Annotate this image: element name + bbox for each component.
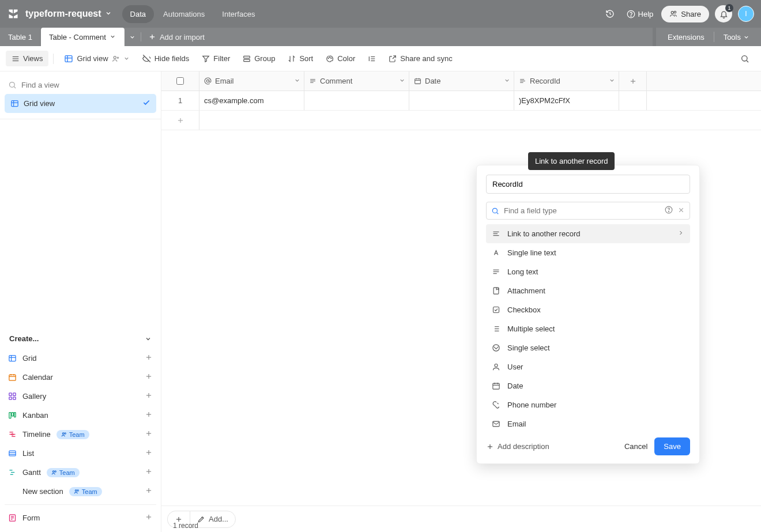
field-type-label: User: [507, 363, 523, 371]
nav-tab-automations[interactable]: Automations: [155, 5, 213, 23]
color-button[interactable]: Color: [320, 51, 361, 66]
tools-tab[interactable]: Tools: [718, 33, 755, 41]
create-item-calendar[interactable]: Calendar: [5, 368, 156, 387]
views-button[interactable]: Views: [6, 51, 48, 66]
create-item-timeline[interactable]: TimelineTeam: [5, 425, 156, 444]
sort-button[interactable]: Sort: [282, 51, 319, 66]
column-header-email[interactable]: Email: [199, 71, 304, 90]
field-type-date[interactable]: Date: [486, 376, 690, 395]
add-column-button[interactable]: [619, 71, 647, 90]
svg-rect-38: [9, 375, 16, 380]
svg-rect-109: [493, 307, 499, 313]
column-label: Email: [215, 77, 234, 85]
field-type-label: Checkbox: [507, 305, 541, 314]
view-item-grid[interactable]: Grid view: [5, 94, 156, 113]
create-item-kanban[interactable]: Kanban: [5, 406, 156, 425]
extensions-tab[interactable]: Extensions: [662, 33, 710, 41]
notifications-button[interactable]: 1: [715, 5, 732, 22]
create-item-grid[interactable]: Grid: [5, 349, 156, 368]
chevron-down-icon[interactable]: [294, 77, 300, 85]
svg-point-65: [52, 470, 54, 472]
search-button[interactable]: [734, 51, 755, 67]
field-type-attachment[interactable]: Attachment: [486, 281, 690, 300]
find-view-field[interactable]: [21, 81, 153, 89]
find-type-input[interactable]: [504, 206, 660, 215]
row-number: 1: [161, 91, 199, 110]
create-item-gantt[interactable]: GanttTeam: [5, 463, 156, 482]
cancel-button[interactable]: Cancel: [617, 437, 654, 455]
field-type-label: Phone number: [507, 401, 556, 409]
create-item-label: Timeline: [22, 430, 51, 439]
field-type-single-line-text[interactable]: Single line text: [486, 243, 690, 262]
field-type-checkbox[interactable]: Checkbox: [486, 300, 690, 319]
svg-line-27: [747, 61, 748, 62]
column-label: RecordId: [530, 77, 560, 85]
add-or-import-label: Add or import: [160, 33, 205, 41]
save-button[interactable]: Save: [654, 437, 690, 455]
add-row[interactable]: [161, 111, 761, 130]
cell-recordid[interactable]: )Ey8XPM2cFfX: [514, 91, 619, 110]
chevron-down-icon[interactable]: [399, 77, 405, 85]
column-header-date[interactable]: Date: [409, 71, 514, 90]
avatar[interactable]: I: [738, 6, 754, 22]
grid-view-dropdown[interactable]: Grid view: [58, 51, 135, 67]
svg-point-3: [674, 11, 676, 13]
field-type-label: Long text: [507, 267, 538, 276]
add-or-import-button[interactable]: Add or import: [141, 28, 212, 46]
filter-button[interactable]: Filter: [196, 51, 236, 66]
create-item-gallery[interactable]: Gallery: [5, 387, 156, 406]
cell-email[interactable]: cs@example.com: [199, 91, 304, 110]
create-item-new-section[interactable]: New sectionTeam: [5, 482, 156, 501]
cell-date[interactable]: [409, 91, 514, 110]
chevron-down-icon[interactable]: [609, 77, 615, 85]
help-icon[interactable]: [665, 206, 673, 216]
table-row[interactable]: 1 cs@example.com )Ey8XPM2cFfX: [161, 91, 761, 111]
data-grid: Email Comment Date RecordId 1: [161, 71, 761, 532]
field-type-multiple-select[interactable]: Multiple select: [486, 319, 690, 338]
chevron-down-icon[interactable]: [110, 33, 116, 41]
cell-comment[interactable]: [304, 91, 409, 110]
chevron-down-icon[interactable]: [504, 77, 510, 85]
nav-tab-interfaces[interactable]: Interfaces: [214, 5, 263, 23]
record-count: 1 record: [173, 522, 198, 530]
field-type-email[interactable]: Email: [486, 414, 690, 429]
field-type-phone-number[interactable]: Phone number: [486, 395, 690, 414]
base-name-dropdown[interactable]: typeform-request: [25, 9, 112, 19]
header-right: Help Share 1 I: [601, 5, 754, 22]
group-button[interactable]: Group: [237, 51, 281, 66]
create-item-list[interactable]: List: [5, 444, 156, 463]
column-label: Comment: [320, 77, 352, 85]
table-tabs-dropdown[interactable]: [125, 28, 141, 46]
field-type-user[interactable]: User: [486, 357, 690, 376]
svg-rect-60: [9, 451, 16, 456]
share-button[interactable]: Share: [661, 6, 709, 22]
create-form[interactable]: Form: [5, 508, 156, 527]
table-tab-1[interactable]: Table 1: [0, 28, 41, 46]
find-view-input[interactable]: [5, 76, 156, 94]
nav-tab-data[interactable]: Data: [122, 5, 154, 23]
hide-fields-button[interactable]: Hide fields: [137, 51, 195, 66]
plus-icon: [145, 353, 153, 363]
select-all-cell[interactable]: [161, 71, 199, 90]
svg-point-21: [331, 58, 331, 58]
add-description-button[interactable]: Add description: [486, 442, 549, 451]
find-field-type[interactable]: [486, 202, 690, 220]
field-type-single-select[interactable]: Single select: [486, 338, 690, 357]
history-icon[interactable]: [601, 5, 619, 22]
field-type-long-text[interactable]: Long text: [486, 262, 690, 281]
column-header-recordid[interactable]: RecordId: [514, 71, 619, 90]
share-sync-button[interactable]: Share and sync: [383, 51, 458, 66]
close-icon[interactable]: [677, 206, 685, 216]
base-name: typeform-request: [25, 9, 101, 19]
field-type-link-to-another-record[interactable]: Link to another record: [486, 224, 690, 243]
sort-label: Sort: [299, 54, 313, 63]
column-header-comment[interactable]: Comment: [304, 71, 409, 90]
table-tab-comment[interactable]: Table - Comment: [41, 28, 125, 46]
svg-point-69: [75, 489, 77, 491]
field-name-input[interactable]: [486, 175, 690, 194]
row-height-button[interactable]: [362, 51, 382, 66]
create-list: GridCalendarGalleryKanbanTimelineTeamLis…: [5, 349, 156, 501]
create-header[interactable]: Create...: [5, 326, 156, 349]
select-all-checkbox[interactable]: [176, 77, 184, 85]
help-button[interactable]: Help: [624, 10, 656, 18]
